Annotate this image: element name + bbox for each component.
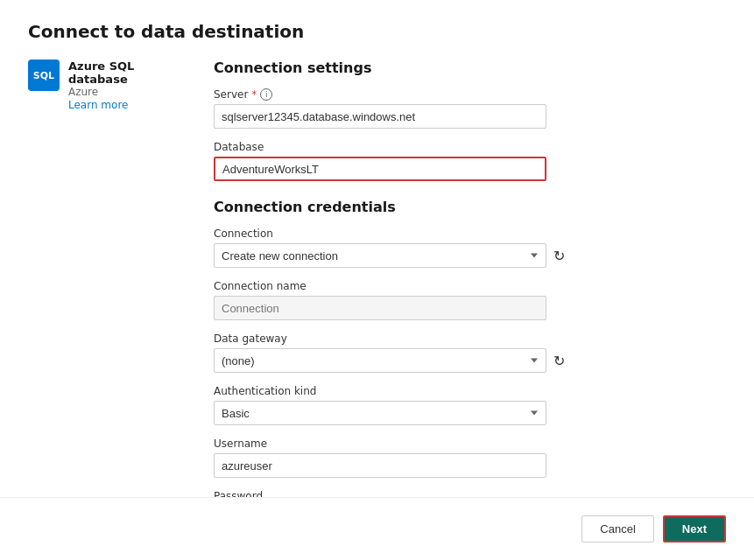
connector-type: Azure (68, 86, 186, 98)
footer-buttons: Cancel Next (0, 497, 754, 560)
username-label: Username (214, 438, 726, 450)
auth-kind-label: Authentication kind (214, 385, 726, 397)
server-required-star: * (251, 88, 257, 101)
credentials-heading: Connection credentials (214, 199, 726, 215)
data-gateway-group: Data gateway (none) ↻ (214, 332, 726, 373)
connection-select[interactable]: Create new connection (214, 243, 546, 268)
connection-group: Connection Create new connection ↻ (214, 228, 726, 268)
server-info-icon[interactable]: i (260, 88, 272, 101)
connection-select-row: Create new connection ↻ (214, 243, 726, 268)
connection-refresh-button[interactable]: ↻ (552, 246, 567, 266)
database-label: Database (214, 141, 726, 153)
data-gateway-label: Data gateway (214, 332, 726, 345)
database-input[interactable] (214, 157, 546, 181)
server-group: Server * i (214, 88, 726, 129)
page-title: Connect to data destination (28, 21, 726, 42)
data-gateway-refresh-button[interactable]: ↻ (552, 351, 567, 371)
auth-kind-select[interactable]: Basic (214, 401, 546, 425)
data-gateway-select[interactable]: (none) (214, 348, 546, 373)
sidebar: SQL Azure SQL database Azure Learn more (28, 60, 186, 542)
username-group: Username (214, 438, 726, 478)
connection-name-group: Connection name (214, 280, 726, 320)
connector-name: Azure SQL database (68, 60, 186, 86)
connector-card: SQL Azure SQL database Azure Learn more (28, 60, 186, 111)
auth-kind-group: Authentication kind Basic (214, 385, 726, 425)
server-input[interactable] (214, 104, 546, 129)
connection-label: Connection (214, 228, 726, 240)
data-gateway-select-row: (none) ↻ (214, 348, 726, 373)
connection-select-wrapper: Create new connection (214, 243, 546, 268)
connection-name-input[interactable] (214, 296, 546, 320)
credentials-section: Connection credentials Connection Create… (214, 199, 726, 530)
server-label: Server * i (214, 88, 726, 101)
page-container: Connect to data destination SQL Azure SQ… (0, 0, 754, 560)
connection-name-label: Connection name (214, 280, 726, 292)
content-area: SQL Azure SQL database Azure Learn more … (28, 60, 726, 542)
next-button[interactable]: Next (663, 515, 726, 542)
cancel-button[interactable]: Cancel (581, 515, 653, 542)
data-gateway-select-wrapper: (none) (214, 348, 546, 373)
connector-icon: SQL (28, 60, 60, 91)
connector-info: Azure SQL database Azure Learn more (68, 60, 186, 111)
username-input[interactable] (214, 453, 546, 478)
form-section: Connection settings Server * i Database … (214, 60, 726, 542)
database-group: Database (214, 141, 726, 181)
connection-settings-heading: Connection settings (214, 60, 726, 76)
auth-kind-select-wrapper: Basic (214, 401, 546, 425)
learn-more-link[interactable]: Learn more (68, 99, 128, 111)
